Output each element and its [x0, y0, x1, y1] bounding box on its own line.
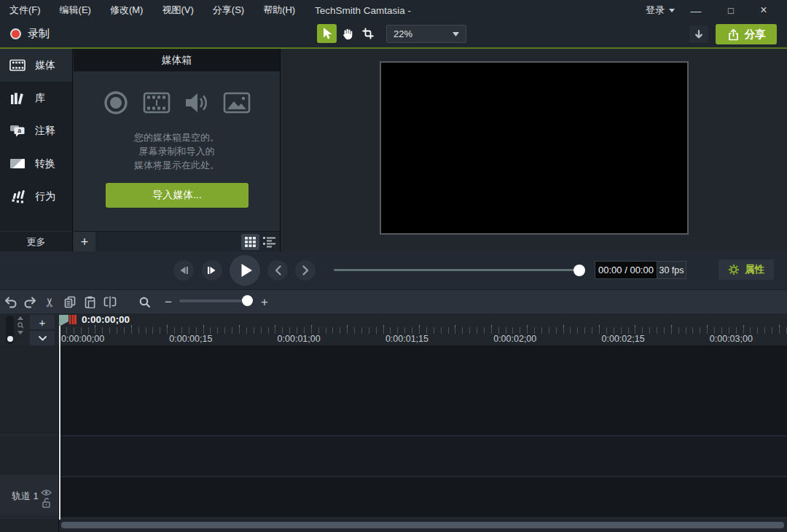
redo-button[interactable] [20, 293, 39, 311]
crop-icon [362, 28, 374, 39]
time-display: 00:00 / 00:00 [595, 262, 657, 278]
step-forward-button[interactable] [202, 260, 222, 281]
sidebar-item-behaviors[interactable]: 行为 [0, 180, 72, 213]
undo-icon [4, 296, 17, 308]
step-back-button[interactable] [173, 260, 194, 281]
video-preview[interactable] [380, 61, 689, 235]
track-header-spacer [0, 436, 58, 476]
canvas-zoom-dropdown[interactable]: 22% [386, 25, 466, 43]
ruler-ticks-minor [59, 327, 787, 334]
menu-file[interactable]: 文件(F) [0, 0, 50, 20]
window-title: TechSmith Camtasia - [315, 0, 411, 20]
playhead-out-marker[interactable] [69, 315, 77, 324]
close-button[interactable]: × [753, 0, 775, 20]
paste-button[interactable] [80, 293, 99, 311]
list-view-button[interactable] [260, 234, 278, 250]
scrollbar-thumb[interactable] [61, 522, 784, 528]
ruler-label: 0:00:01;00 [278, 334, 321, 344]
pan-tool-button[interactable] [337, 24, 357, 43]
books-icon [9, 92, 26, 105]
track-header-spacer [0, 345, 58, 436]
timeline-zoom-slider-track[interactable] [179, 300, 252, 302]
svg-text:a: a [17, 127, 21, 134]
grid-view-button[interactable] [241, 234, 259, 250]
ruler-labels[interactable]: 0:00:00;000:00:00;150:00:01;000:00:01;15… [0, 334, 787, 345]
playhead-line[interactable] [59, 326, 60, 520]
timeline-zoom-slider-thumb[interactable] [242, 295, 253, 306]
media-bin-empty-icons [74, 90, 280, 116]
menu-help[interactable]: 帮助(H) [254, 0, 305, 20]
hand-icon [341, 28, 353, 40]
caret-down-icon [669, 9, 675, 12]
filmstrip-icon [9, 59, 26, 71]
menu-view[interactable]: 视图(V) [152, 0, 203, 20]
undo-button[interactable] [1, 293, 20, 311]
tools-sidebar: 媒体 库 a 注释 转换 行为 [0, 49, 73, 251]
copy-button[interactable] [60, 293, 79, 311]
export-local-button[interactable] [689, 26, 708, 43]
scrollbar-left-stub [0, 518, 59, 532]
media-bin-title: 媒体箱 [74, 49, 280, 71]
zoom-in-button[interactable]: + [255, 293, 274, 311]
login-menu[interactable]: 登录 [646, 0, 675, 20]
next-clip-button[interactable] [295, 260, 316, 281]
magnifier-icon [139, 297, 151, 308]
menu-share[interactable]: 分享(S) [203, 0, 254, 20]
maximize-button[interactable]: □ [720, 0, 742, 20]
sidebar-more-button[interactable]: 更多 [0, 231, 72, 251]
paste-icon [85, 296, 95, 308]
play-button[interactable] [230, 255, 260, 286]
add-track-button[interactable]: + [30, 315, 55, 329]
lock-open-icon[interactable] [42, 497, 51, 511]
sidebar-item-media[interactable]: 媒体 [0, 49, 72, 82]
cut-button[interactable]: ✂ [40, 293, 59, 311]
menu-modify[interactable]: 修改(M) [101, 0, 153, 20]
speech-bubble-icon: a [9, 125, 26, 137]
main-content: 媒体 库 a 注释 转换 行为 [0, 49, 787, 251]
video-clip-icon [143, 92, 171, 114]
sidebar-item-transitions[interactable]: 转换 [0, 147, 72, 180]
share-icon [727, 28, 740, 41]
sidebar-label: 注释 [35, 125, 55, 138]
record-circle-icon [103, 90, 129, 116]
properties-button[interactable]: 属性 [719, 259, 774, 280]
media-bin-empty-text: 您的媒体箱是空的。 屏幕录制和导入的 媒体将显示在此处。 [74, 130, 280, 172]
record-icon [10, 28, 21, 39]
playback-bar: 00:00 / 00:00 30 fps 属性 [0, 251, 787, 289]
sidebar-item-library[interactable]: 库 [0, 82, 72, 114]
timeline-zoom-button[interactable] [136, 293, 154, 311]
ruler-label: 0:00:01;15 [385, 334, 428, 344]
caret-down-icon [453, 32, 459, 36]
gear-icon [728, 264, 740, 275]
menu-edit[interactable]: 编辑(E) [50, 0, 101, 20]
minimize-button[interactable]: — [685, 0, 707, 20]
seek-slider-thumb[interactable] [573, 265, 585, 276]
zoom-out-button[interactable]: − [159, 293, 178, 311]
timeline-header: + 0:00:00;00 0:00:00;000:00:00;150:00:01… [0, 313, 787, 345]
previous-clip-button[interactable] [267, 260, 288, 281]
track1-header[interactable]: 轨道 1 [0, 476, 58, 516]
split-button[interactable] [101, 293, 120, 311]
main-toolbar: 录制 22% 分享 [0, 20, 787, 47]
sidebar-item-annotations[interactable]: a 注释 [0, 114, 72, 147]
step-back-icon [179, 266, 189, 275]
magnifier-icon [17, 322, 24, 329]
timeline-scrollbar [0, 517, 787, 532]
record-label: 录制 [28, 27, 50, 41]
add-media-button[interactable]: + [74, 232, 95, 252]
track-lane-empty-upper[interactable] [60, 345, 787, 436]
fps-display[interactable]: 30 fps [657, 262, 686, 278]
ruler-label: 0:00:00;00 [61, 334, 104, 344]
play-icon [240, 263, 253, 278]
seek-slider-track[interactable] [334, 269, 583, 271]
cursor-tool-button[interactable] [317, 24, 337, 43]
triangle-up-icon[interactable] [17, 316, 23, 320]
cursor-icon [321, 27, 333, 40]
media-bin-panel: 媒体箱 您的媒体箱是空的。 屏幕录制和导入的 媒体将显示在此处。 导入媒体...… [74, 49, 281, 251]
track1-lane[interactable] [60, 477, 787, 517]
share-button[interactable]: 分享 [716, 24, 777, 44]
crop-tool-button[interactable] [358, 24, 377, 43]
record-button[interactable]: 录制 [6, 24, 54, 44]
import-media-button[interactable]: 导入媒体... [106, 183, 248, 208]
track-lane-empty-lower[interactable] [60, 437, 787, 477]
